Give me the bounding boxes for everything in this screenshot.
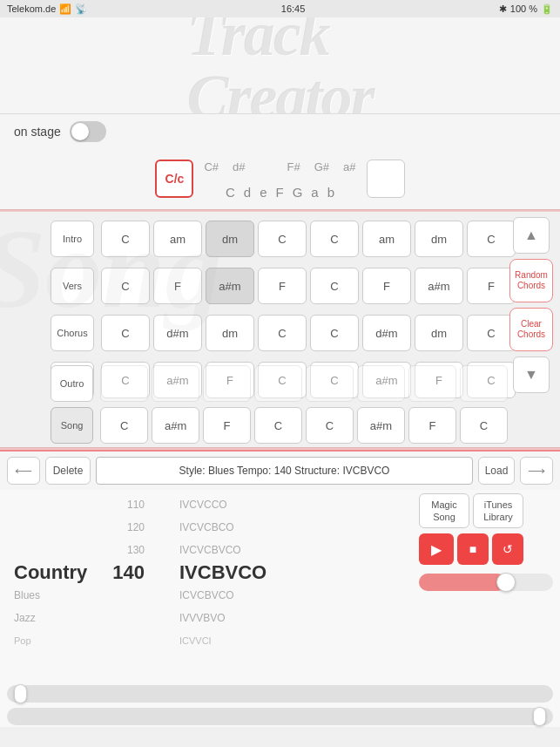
chord-cell[interactable] [100,365,148,402]
right-sidebar: ▲ RandomChords ClearChords ▼ [509,217,553,393]
chord-area: Song Intro C am dm C C am dm C Vers C F … [0,212,560,447]
stop-button[interactable]: ■ [457,533,489,565]
natural-key-c[interactable]: C [226,185,235,200]
chord-cell[interactable]: am [362,221,411,257]
chord-cell[interactable] [408,365,456,402]
chord-cell[interactable] [357,365,405,402]
chord-cell[interactable]: dm [206,315,254,351]
replay-button[interactable]: ↺ [492,533,523,565]
section-chorus[interactable]: Chorus [51,315,94,351]
chord-cell[interactable]: F [467,268,516,304]
song-row[interactable]: 130 IVCVCBVCO [14,539,412,561]
chord-cell[interactable]: a#m [415,268,463,304]
chord-row-song: Song C a#m F C C a#m F C [0,407,508,444]
natural-key-f[interactable]: F [275,185,283,200]
chord-cell[interactable]: d#m [362,315,411,351]
random-chords-button[interactable]: RandomChords [509,259,553,302]
sharp-key-a[interactable]: a# [343,160,355,173]
chord-row-intro: Intro C am dm C C am dm C [51,217,560,261]
section-vers[interactable]: Vers [51,268,94,304]
chord-cell[interactable]: a#m [357,407,405,444]
chord-cell[interactable]: C [310,221,359,257]
natural-key-e[interactable]: e [260,185,267,200]
play-button[interactable]: ▶ [419,533,454,565]
chord-cell[interactable]: F [203,407,251,444]
chord-cell[interactable]: am [153,221,202,257]
up-arrow-button[interactable]: ▲ [513,217,550,254]
chord-cell[interactable] [460,365,508,402]
volume-slider[interactable] [419,574,553,591]
playback-controls: ▶ ■ ↺ [419,533,553,565]
tempo-slider-thumb [14,684,27,703]
natural-key-a[interactable]: a [311,185,318,200]
chord-cell[interactable]: C [310,268,359,304]
piano-row: C/c C# d# F# G# a# C d e F G a b [0,148,560,209]
chord-cell[interactable]: C [467,221,516,257]
sharp-key-f[interactable]: F# [287,160,300,173]
clear-chords-button[interactable]: ClearChords [509,308,553,351]
volume-control-slider[interactable] [7,708,553,725]
chord-cell[interactable]: C [306,407,354,444]
chord-cell[interactable]: F [408,407,456,444]
chord-cell[interactable]: C [258,315,307,351]
chord-cell[interactable] [254,365,302,402]
chord-cell[interactable]: a#m [206,268,254,304]
chord-cell[interactable]: C [101,221,150,257]
chord-row-outro: Outro [0,365,508,402]
next-button[interactable]: ⟶ [520,457,553,485]
sharp-key-d[interactable]: d# [233,160,245,173]
natural-key-b[interactable]: b [327,185,334,200]
natural-key-d[interactable]: d [244,185,251,200]
chord-cell[interactable]: d#m [153,315,202,351]
chord-cell[interactable] [203,365,251,402]
load-button[interactable]: Load [478,457,515,485]
sharp-key-c[interactable]: C# [204,160,219,173]
song-list-area: 110 IVCVCCO 120 IVCVCBCO 130 IVCVCBVCO C… [0,490,560,682]
itunes-library-button[interactable]: iTunesLibrary [473,493,523,528]
chord-cell[interactable]: C [101,268,150,304]
song-row-selected[interactable]: Country 140 IVCBVCO [14,561,412,584]
magic-song-button[interactable]: MagicSong [419,493,469,528]
chord-cell[interactable]: F [258,268,307,304]
status-bar: Telekom.de 📶 📡 16:45 ✱ 100 % 🔋 [0,0,560,17]
chord-cell[interactable]: dm [415,221,463,257]
chord-cell[interactable] [152,365,199,402]
song-list-left: 110 IVCVCCO 120 IVCVCBCO 130 IVCVCBVCO C… [0,490,412,682]
on-stage-row: on stage [0,113,560,148]
song-row[interactable]: 120 IVCVCBCO [14,516,412,539]
song-row[interactable]: Jazz IVVVBVO [14,607,412,629]
chord-cell[interactable]: C [460,407,508,444]
chord-cell[interactable]: F [362,268,411,304]
chord-row-vers: Vers C F a#m F C F a#m F [51,264,560,308]
chord-cell[interactable]: C [100,407,148,444]
chord-cell[interactable]: C [310,315,359,351]
chord-cell[interactable]: F [153,268,202,304]
sharp-keys-row: C# d# F# G# a# [204,154,355,179]
volume-slider-thumb [533,707,546,726]
chord-cell[interactable]: C [101,315,150,351]
chord-cell[interactable]: C [254,407,302,444]
prev-button[interactable]: ⟵ [7,457,40,485]
delete-button[interactable]: Delete [45,457,91,485]
chord-cell[interactable]: dm [415,315,463,351]
battery-label: 100 % [510,3,537,14]
bluetooth-icon: ✱ [499,3,507,15]
song-row[interactable]: Blues ICVCBVCO [14,584,412,607]
section-outro[interactable]: Outro [51,365,93,402]
down-arrow-button[interactable]: ▼ [513,357,550,393]
tempo-slider[interactable] [7,685,553,703]
chord-cell[interactable]: C [258,221,307,257]
song-row[interactable]: Pop ICVVCI [14,629,412,652]
chord-cell[interactable]: a#m [152,407,199,444]
chord-cell[interactable] [306,365,354,402]
natural-key-g[interactable]: G [293,185,303,200]
cc-button[interactable]: C/c [155,160,193,198]
chord-cell[interactable]: C [467,315,516,351]
blank-key-button[interactable] [367,160,405,198]
chord-cell[interactable]: dm [206,221,254,257]
section-song[interactable]: Song [51,407,93,444]
sharp-key-g[interactable]: G# [314,160,329,173]
section-intro[interactable]: Intro [51,221,94,257]
song-row[interactable]: 110 IVCVCCO [14,493,412,516]
on-stage-toggle[interactable] [70,121,106,142]
